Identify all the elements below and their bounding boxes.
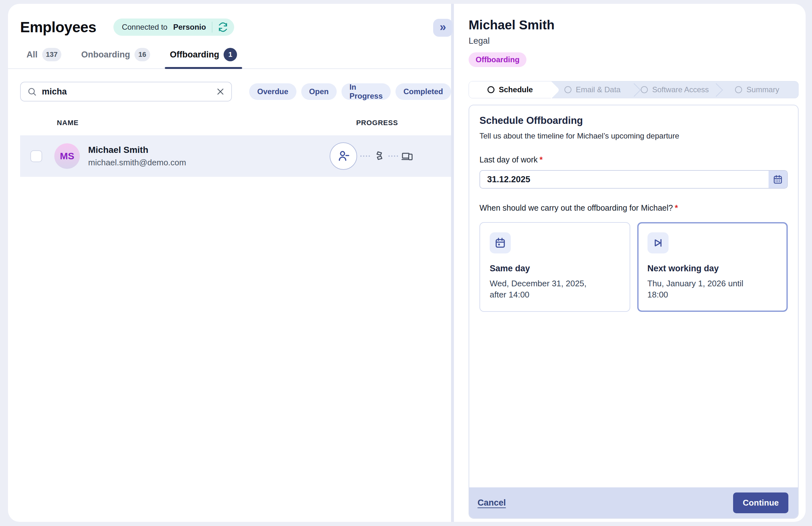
card-footer: Cancel Continue <box>469 487 798 518</box>
option-next-working-day[interactable]: Next working day Thu, January 1, 2026 un… <box>637 222 788 312</box>
connected-prefix: Connected to <box>122 22 168 32</box>
timing-options: Same day Wed, December 31, 2025, after 1… <box>479 222 788 312</box>
step-circle-icon <box>488 86 494 93</box>
table-row[interactable]: MS Michael Smith michael.smith@demo.com <box>20 135 451 177</box>
search-box[interactable] <box>20 82 232 102</box>
filter-completed[interactable]: Completed <box>395 83 451 100</box>
timing-question-label: When should we carry out the offboarding… <box>479 203 788 213</box>
schedule-offboarding-card: Schedule Offboarding Tell us about the t… <box>469 105 799 519</box>
required-asterisk: * <box>539 155 543 164</box>
toolbar: Overdue Open In Progress Completed <box>8 82 451 102</box>
sync-icon[interactable] <box>218 22 228 32</box>
tab-onboarding[interactable]: Onboarding 16 <box>81 48 150 68</box>
detail-panel: » Michael Smith Legal Offboarding Schedu… <box>454 4 806 522</box>
card-title: Schedule Offboarding <box>479 115 788 126</box>
detail-department: Legal <box>469 36 799 46</box>
column-header-progress: PROGRESS <box>356 119 398 127</box>
progress-connector <box>389 155 398 157</box>
tab-count-badge: 16 <box>134 48 150 61</box>
chevron-double-right-icon: » <box>439 21 446 33</box>
employees-header: Employees Connected to Personio <box>8 4 451 36</box>
option-description: Thu, January 1, 2026 until 18:00 <box>648 278 763 300</box>
tab-offboarding[interactable]: Offboarding 1 <box>170 48 237 68</box>
employee-identity: Michael Smith michael.smith@demo.com <box>88 145 186 168</box>
clear-search-icon[interactable] <box>216 87 225 96</box>
filter-in-progress[interactable]: In Progress <box>342 83 391 100</box>
date-field <box>479 170 788 189</box>
tab-all[interactable]: All 137 <box>27 48 61 68</box>
schedule-form: Schedule Offboarding Tell us about the t… <box>469 105 798 487</box>
employees-panel: Employees Connected to Personio All 137 <box>8 4 454 522</box>
search-input[interactable] <box>42 87 216 97</box>
tab-count-badge: 1 <box>223 48 237 61</box>
badge-divider <box>212 22 213 33</box>
step-circle-icon <box>564 86 571 93</box>
step-email-data[interactable]: Email & Data <box>551 81 634 98</box>
provider-name: Personio <box>173 22 206 32</box>
progress-connector <box>360 155 370 157</box>
email-data-icon <box>373 150 385 162</box>
next-day-icon-tile <box>648 232 669 253</box>
required-asterisk: * <box>675 203 678 212</box>
table-header: NAME PROGRESS <box>8 119 451 135</box>
cancel-link[interactable]: Cancel <box>478 498 506 508</box>
main-window: Employees Connected to Personio All 137 <box>8 4 806 522</box>
column-header-name: NAME <box>57 119 78 127</box>
connected-badge: Connected to Personio <box>113 18 234 36</box>
filter-overdue[interactable]: Overdue <box>249 83 296 100</box>
option-description: Wed, December 31, 2025, after 14:00 <box>490 278 605 300</box>
detail-employee-name: Michael Smith <box>469 18 799 32</box>
open-calendar-button[interactable] <box>769 171 787 188</box>
last-day-date-input[interactable] <box>479 170 788 189</box>
card-subtitle: Tell us about the timeline for Michael’s… <box>479 132 788 140</box>
option-same-day[interactable]: Same day Wed, December 31, 2025, after 1… <box>479 222 630 312</box>
progress-indicator <box>330 142 414 170</box>
step-software-access[interactable]: Software Access <box>634 81 716 98</box>
avatar: MS <box>54 143 80 169</box>
employee-name: Michael Smith <box>88 145 186 155</box>
user-minus-icon <box>337 149 350 163</box>
status-badge: Offboarding <box>469 52 526 67</box>
page-title: Employees <box>20 18 96 36</box>
tab-count-badge: 137 <box>42 48 62 61</box>
calendar-icon <box>494 237 506 249</box>
same-day-icon-tile <box>490 232 511 253</box>
progress-step-user <box>330 142 357 170</box>
step-schedule[interactable]: Schedule <box>469 81 551 98</box>
skip-forward-icon <box>652 237 664 249</box>
devices-icon <box>401 150 414 162</box>
option-title: Same day <box>490 264 620 273</box>
step-circle-icon <box>735 86 742 93</box>
option-title: Next working day <box>648 264 778 273</box>
status-filters: Overdue Open In Progress Completed <box>249 83 451 100</box>
continue-button[interactable]: Continue <box>733 493 788 513</box>
collapse-panel-button[interactable]: » <box>433 19 453 37</box>
last-day-label: Last day of work* <box>479 155 788 164</box>
step-summary[interactable]: Summary <box>716 81 798 98</box>
offboarding-stepper: Schedule Email & Data Software Access Su… <box>469 81 799 98</box>
filter-open[interactable]: Open <box>301 83 337 100</box>
row-checkbox[interactable] <box>30 150 42 162</box>
step-circle-icon <box>641 86 648 93</box>
calendar-icon <box>773 174 783 184</box>
employee-email: michael.smith@demo.com <box>88 158 186 168</box>
search-icon <box>27 87 37 96</box>
employee-tabs: All 137 Onboarding 16 Offboarding 1 <box>8 48 451 69</box>
